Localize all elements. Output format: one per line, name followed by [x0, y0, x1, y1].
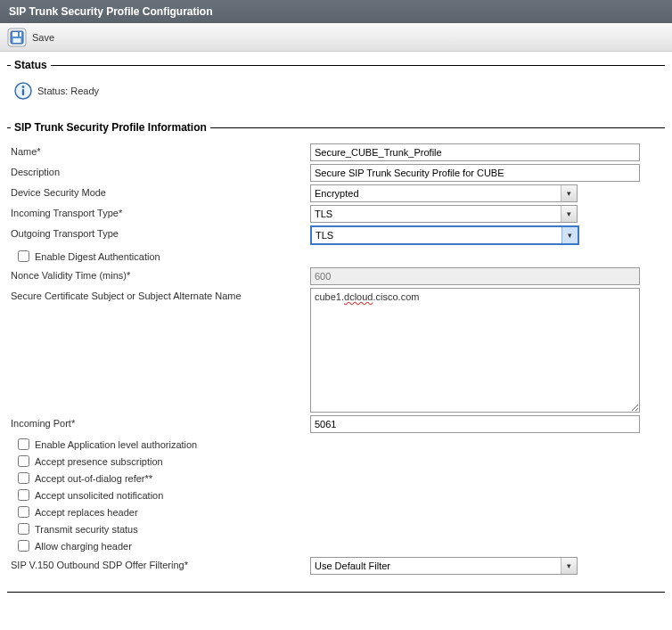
label-allow-charging: Allow charging header	[35, 541, 132, 552]
allow-charging-checkbox[interactable]	[18, 540, 29, 552]
sdp-filter-select[interactable]: Use Default Filter	[310, 557, 578, 575]
status-group: Status Status: Ready	[7, 59, 665, 110]
accept-presence-checkbox[interactable]	[18, 455, 29, 467]
svg-rect-3	[13, 38, 21, 43]
label-enable-app-auth: Enable Application level authorization	[35, 439, 197, 450]
label-incoming-port: Incoming Port	[11, 418, 75, 429]
incoming-port-input[interactable]	[310, 415, 640, 433]
label-name: Name	[11, 146, 41, 157]
accept-unsolicited-checkbox[interactable]	[18, 489, 29, 501]
label-accept-replaces: Accept replaces header	[35, 507, 138, 518]
divider	[7, 592, 665, 593]
label-accept-presence: Accept presence subscription	[35, 456, 163, 467]
svg-rect-2	[12, 32, 21, 37]
device-security-mode-select[interactable]: Encrypted	[310, 184, 578, 202]
label-transmit-security: Transmit security status	[35, 524, 138, 535]
accept-replaces-checkbox[interactable]	[18, 506, 29, 518]
toolbar: Save	[0, 23, 672, 52]
cert-subject-textarea[interactable]: cube1.dcloud.cisco.com	[310, 288, 640, 413]
label-sdp-filter: SIP V.150 Outbound SDP Offer Filtering	[11, 560, 188, 570]
name-input[interactable]	[310, 143, 640, 161]
save-button[interactable]: Save	[32, 32, 54, 43]
info-group: SIP Trunk Security Profile Information N…	[7, 121, 665, 581]
status-text: Status: Ready	[37, 86, 99, 96]
accept-refer-checkbox[interactable]	[18, 472, 29, 484]
status-legend: Status	[11, 59, 51, 71]
label-outgoing-transport: Outgoing Transport Type	[11, 228, 119, 239]
label-cert-subject: Secure Certificate Subject or Subject Al…	[11, 290, 242, 301]
label-device-security-mode: Device Security Mode	[11, 187, 106, 198]
title-bar: SIP Trunk Security Profile Configuration	[0, 0, 672, 23]
label-accept-unsolicited: Accept unsolicited notification	[35, 490, 163, 501]
nonce-input	[310, 267, 640, 285]
enable-app-auth-checkbox[interactable]	[18, 438, 29, 450]
label-enable-digest: Enable Digest Authentication	[35, 251, 160, 262]
info-legend: SIP Trunk Security Profile Information	[11, 121, 210, 134]
label-description: Description	[11, 167, 60, 177]
svg-point-6	[22, 86, 25, 88]
enable-digest-checkbox[interactable]	[18, 250, 29, 262]
transmit-security-checkbox[interactable]	[18, 523, 29, 535]
outgoing-transport-select[interactable]: TLS	[310, 225, 579, 245]
svg-rect-7	[22, 89, 24, 95]
label-nonce: Nonce Validity Time (mins)	[11, 270, 130, 281]
description-input[interactable]	[310, 164, 640, 182]
svg-rect-4	[18, 32, 20, 37]
label-incoming-transport: Incoming Transport Type	[11, 208, 122, 218]
save-icon[interactable]	[7, 28, 27, 47]
label-accept-refer: Accept out-of-dialog refer	[35, 473, 152, 484]
info-icon	[14, 82, 32, 100]
incoming-transport-select[interactable]: TLS	[310, 205, 578, 223]
